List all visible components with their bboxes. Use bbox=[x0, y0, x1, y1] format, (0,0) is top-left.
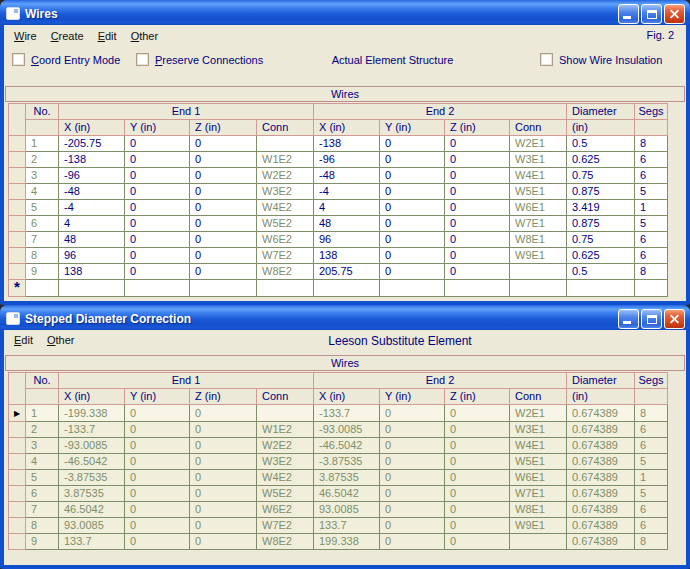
grid-cell[interactable]: 0 bbox=[445, 136, 510, 152]
grid-cell[interactable]: 133.7 bbox=[59, 534, 125, 550]
grid-cell[interactable]: 6 bbox=[635, 502, 668, 518]
grid-cell[interactable]: 0 bbox=[125, 200, 190, 216]
grid-cell[interactable]: 4 bbox=[314, 200, 380, 216]
grid-cell[interactable]: 0 bbox=[190, 518, 257, 534]
grid-cell[interactable]: 9 bbox=[26, 264, 59, 280]
close-button[interactable] bbox=[664, 4, 685, 24]
grid-cell[interactable]: 0 bbox=[125, 486, 190, 502]
grid-cell[interactable]: 0 bbox=[190, 534, 257, 550]
grid-cell[interactable]: 8 bbox=[635, 136, 668, 152]
grid-cell[interactable]: 0 bbox=[445, 248, 510, 264]
grid-cell[interactable]: 2 bbox=[26, 152, 59, 168]
grid-cell[interactable]: -205.75 bbox=[59, 136, 125, 152]
grid-cell[interactable]: W8E2 bbox=[257, 534, 314, 550]
grid-cell[interactable]: 0 bbox=[190, 454, 257, 470]
grid-cell[interactable]: 0.674389 bbox=[567, 405, 635, 422]
grid-cell[interactable]: 0 bbox=[190, 405, 257, 422]
grid-cell[interactable]: 0 bbox=[190, 216, 257, 232]
grid-cell[interactable]: -4 bbox=[314, 184, 380, 200]
grid-cell[interactable]: W4E2 bbox=[257, 200, 314, 216]
grid-cell[interactable]: 133.7 bbox=[314, 518, 380, 534]
grid-cell[interactable]: 3 bbox=[26, 438, 59, 454]
grid-cell[interactable]: 8 bbox=[635, 264, 668, 280]
grid-cell[interactable]: 0.75 bbox=[567, 168, 635, 184]
grid-cell[interactable]: 0 bbox=[380, 405, 445, 422]
grid-cell[interactable] bbox=[510, 534, 567, 550]
grid-cell[interactable]: 0.674389 bbox=[567, 470, 635, 486]
grid-cell[interactable]: 0 bbox=[445, 534, 510, 550]
grid-cell[interactable]: 0 bbox=[190, 168, 257, 184]
grid-cell[interactable]: W2E2 bbox=[257, 168, 314, 184]
grid-cell[interactable]: 0 bbox=[380, 534, 445, 550]
grid-cell[interactable]: 0 bbox=[445, 168, 510, 184]
grid-cell[interactable]: W2E2 bbox=[257, 438, 314, 454]
grid-cell[interactable]: 6 bbox=[635, 168, 668, 184]
row-selector[interactable] bbox=[9, 486, 26, 502]
grid-cell[interactable]: 0 bbox=[190, 232, 257, 248]
grid-cell[interactable] bbox=[567, 280, 635, 297]
grid-cell[interactable]: 5 bbox=[635, 454, 668, 470]
row-selector[interactable]: ▶ bbox=[9, 405, 26, 422]
grid-cell[interactable]: 0.5 bbox=[567, 264, 635, 280]
grid-cell[interactable]: 48 bbox=[59, 232, 125, 248]
grid-cell[interactable]: 0 bbox=[380, 184, 445, 200]
grid-cell[interactable] bbox=[635, 280, 668, 297]
row-selector[interactable] bbox=[9, 470, 26, 486]
grid-cell[interactable]: 0 bbox=[190, 184, 257, 200]
grid-cell[interactable]: W7E1 bbox=[510, 216, 567, 232]
grid-cell[interactable]: 0 bbox=[380, 470, 445, 486]
grid-cell[interactable]: 3.419 bbox=[567, 200, 635, 216]
grid-cell[interactable]: W2E1 bbox=[510, 136, 567, 152]
maximize-button[interactable] bbox=[641, 309, 662, 329]
grid-cell[interactable]: W9E1 bbox=[510, 518, 567, 534]
grid-cell[interactable]: 46.5042 bbox=[314, 486, 380, 502]
grid-cell[interactable]: 0.674389 bbox=[567, 438, 635, 454]
grid-cell[interactable]: 0 bbox=[190, 502, 257, 518]
grid-cell[interactable]: 0 bbox=[380, 486, 445, 502]
grid-cell[interactable]: 0.674389 bbox=[567, 534, 635, 550]
grid-cell[interactable]: 46.5042 bbox=[59, 502, 125, 518]
grid-cell[interactable]: 0 bbox=[125, 438, 190, 454]
grid-cell[interactable]: 0 bbox=[445, 422, 510, 438]
grid-cell[interactable]: 8 bbox=[635, 405, 668, 422]
grid-cell[interactable]: 0 bbox=[445, 454, 510, 470]
grid-cell[interactable]: 0 bbox=[125, 264, 190, 280]
grid-cell[interactable]: -96 bbox=[59, 168, 125, 184]
grid-cell[interactable]: 0 bbox=[125, 470, 190, 486]
grid-cell[interactable]: 5 bbox=[26, 470, 59, 486]
grid-cell[interactable]: W8E1 bbox=[510, 502, 567, 518]
menu-edit[interactable]: Edit bbox=[98, 30, 117, 42]
grid-cell[interactable]: 0 bbox=[125, 534, 190, 550]
grid-cell[interactable]: W7E2 bbox=[257, 518, 314, 534]
grid-cell[interactable]: 5 bbox=[635, 216, 668, 232]
row-selector[interactable] bbox=[9, 438, 26, 454]
grid-cell[interactable]: W4E1 bbox=[510, 168, 567, 184]
grid-cell[interactable]: 0 bbox=[190, 438, 257, 454]
grid-cell[interactable]: 93.0085 bbox=[314, 502, 380, 518]
grid-cell[interactable]: -93.0085 bbox=[314, 422, 380, 438]
grid-cell[interactable]: 6 bbox=[26, 216, 59, 232]
grid-cell[interactable]: -48 bbox=[59, 184, 125, 200]
grid-cell[interactable]: 0.875 bbox=[567, 184, 635, 200]
grid-cell[interactable]: 0 bbox=[445, 152, 510, 168]
grid-cell[interactable]: 0 bbox=[125, 518, 190, 534]
grid-cell[interactable] bbox=[190, 280, 257, 297]
grid-cell[interactable]: 0 bbox=[190, 422, 257, 438]
grid-cell[interactable]: W3E1 bbox=[510, 422, 567, 438]
grid-cell[interactable]: W6E2 bbox=[257, 502, 314, 518]
grid-cell[interactable]: W4E2 bbox=[257, 470, 314, 486]
grid-cell[interactable]: 0 bbox=[190, 264, 257, 280]
grid-cell[interactable]: 3 bbox=[26, 168, 59, 184]
grid-cell[interactable]: 0 bbox=[125, 502, 190, 518]
row-selector[interactable] bbox=[9, 502, 26, 518]
grid-cell[interactable]: W3E2 bbox=[257, 454, 314, 470]
grid-cell[interactable]: W3E2 bbox=[257, 184, 314, 200]
grid-cell[interactable]: -133.7 bbox=[59, 422, 125, 438]
grid-cell[interactable]: W1E2 bbox=[257, 152, 314, 168]
grid-cell[interactable]: 0 bbox=[190, 200, 257, 216]
grid-cell[interactable] bbox=[510, 280, 567, 297]
row-selector[interactable] bbox=[9, 422, 26, 438]
grid-cell[interactable]: 0 bbox=[445, 470, 510, 486]
grid-cell[interactable]: -138 bbox=[314, 136, 380, 152]
row-selector[interactable] bbox=[9, 200, 26, 216]
